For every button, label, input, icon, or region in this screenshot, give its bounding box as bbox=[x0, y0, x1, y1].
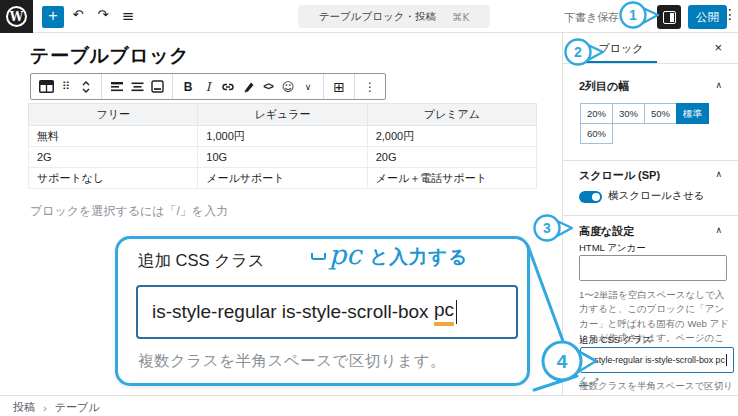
table-cell[interactable]: サポートなし bbox=[29, 168, 198, 189]
align-left-icon bbox=[111, 81, 124, 93]
table-cell[interactable]: 1,000円 bbox=[198, 126, 367, 147]
table-header-cell[interactable]: フリー bbox=[29, 104, 198, 126]
drag-handle[interactable]: ⠿ bbox=[56, 74, 76, 99]
breadcrumb: 投稿 › テーブル bbox=[13, 400, 99, 415]
sidebar-panel-icon bbox=[663, 11, 676, 24]
width-option-50[interactable]: 50% bbox=[644, 103, 677, 124]
width-option-30[interactable]: 30% bbox=[612, 103, 645, 124]
additional-css-class-input[interactable]: is-style-regular is-style-scroll-box pc bbox=[580, 347, 734, 373]
align-center-button[interactable] bbox=[127, 74, 147, 99]
box-caption-icon bbox=[151, 80, 164, 93]
emoji-face-icon: ☺ bbox=[282, 80, 295, 94]
toolbar-group-block: ⠿ bbox=[31, 74, 102, 99]
settings-sidebar: ブロック × 2列目の幅 ∧ 20%30%50%標準60% スクロール (SP)… bbox=[562, 33, 738, 396]
callout-help-text: 複数クラスを半角スペースで区切ります。 bbox=[138, 351, 446, 372]
table-block-icon bbox=[39, 80, 54, 93]
publish-button[interactable]: 公開 bbox=[688, 5, 727, 29]
width-option-60[interactable]: 60% bbox=[580, 123, 613, 144]
block-mover[interactable] bbox=[76, 74, 96, 99]
inline-code-button[interactable]: <> bbox=[258, 74, 278, 99]
italic-button[interactable]: I bbox=[198, 74, 218, 99]
keyboard-shortcut: ⌘K bbox=[452, 11, 469, 23]
settings-sidebar-toggle-button[interactable] bbox=[657, 5, 681, 29]
svg-text:3: 3 bbox=[543, 220, 551, 236]
html-anchor-input[interactable] bbox=[579, 255, 727, 281]
table-cell[interactable]: 2G bbox=[29, 147, 198, 168]
callout-input-highlight-pc: pc bbox=[434, 299, 454, 326]
table-cell[interactable]: メール＋電話サポート bbox=[367, 168, 536, 189]
inline-image-button[interactable]: ☺ bbox=[278, 74, 298, 99]
note-code-pc: pc bbox=[329, 241, 361, 268]
save-draft-button[interactable]: 下書き保存 bbox=[564, 10, 619, 25]
chevron-up-icon[interactable]: ∧ bbox=[715, 80, 722, 90]
kebab-menu-icon: ⋮ bbox=[723, 6, 737, 22]
sidebar-tab-bar: ブロック × bbox=[563, 33, 738, 64]
table-header-cell[interactable]: プレミアム bbox=[367, 104, 536, 126]
move-up-down-icon bbox=[80, 80, 92, 94]
table-block: フリーレギュラープレミアム 無料1,000円2,000円2G10G20Gサポート… bbox=[28, 103, 537, 189]
panel-divider bbox=[563, 215, 738, 216]
redo-button[interactable]: ↷ bbox=[94, 7, 112, 22]
toolbar-group-options: ⋮ bbox=[355, 74, 385, 99]
editor-header: W + ↶ ↷ ≡ テーブルブロック・投稿 ⌘K 下書き保存 公開 ⋮ bbox=[0, 0, 738, 33]
align-left-button[interactable] bbox=[107, 74, 127, 99]
more-rich-text-button[interactable]: ∨ bbox=[298, 74, 318, 99]
breadcrumb-current[interactable]: テーブル bbox=[55, 400, 100, 415]
wordpress-logo[interactable]: W bbox=[0, 0, 33, 33]
callout-css-class-input: is-style-regular is-style-scroll-box pc bbox=[136, 285, 518, 339]
chevron-up-icon[interactable]: ∧ bbox=[715, 225, 722, 235]
table-cell[interactable]: 2,000円 bbox=[367, 126, 536, 147]
breadcrumb-separator-icon: › bbox=[43, 402, 47, 414]
css-class-value: is-style-regular is-style-scroll-box pc bbox=[585, 355, 725, 365]
table-header-cell[interactable]: レギュラー bbox=[198, 104, 367, 126]
caption-toggle-button[interactable] bbox=[147, 74, 167, 99]
horizontal-scroll-toggle[interactable] bbox=[579, 191, 602, 203]
block-appender-placeholder[interactable]: ブロックを選択するには「/」を入力 bbox=[30, 203, 228, 220]
toolbar-group-table: ⊞ bbox=[324, 74, 355, 99]
undo-button[interactable]: ↶ bbox=[69, 7, 87, 22]
panel-title-advanced[interactable]: 高度な設定 bbox=[579, 224, 634, 239]
space-indicator-icon bbox=[311, 253, 326, 260]
drag-dots-icon: ⠿ bbox=[62, 80, 70, 93]
panel-title-scroll[interactable]: スクロール (SP) bbox=[579, 168, 660, 183]
wordpress-logo-icon: W bbox=[6, 6, 27, 27]
close-sidebar-button[interactable]: × bbox=[714, 41, 722, 55]
callout-css-class-label: 追加 CSS クラス bbox=[138, 250, 265, 272]
table-cell[interactable]: 20G bbox=[367, 147, 536, 168]
table-row: 無料1,000円2,000円 bbox=[29, 126, 537, 147]
highlight-button[interactable] bbox=[238, 74, 258, 99]
zoom-callout: 追加 CSS クラス pc と入力する is-style-regular is-… bbox=[115, 236, 530, 386]
edit-table-button[interactable]: ⊞ bbox=[329, 74, 349, 99]
table-row: サポートなしメールサポートメール＋電話サポート bbox=[29, 168, 537, 189]
toolbar-group-richtext: B I <> ☺ ∨ bbox=[173, 74, 324, 99]
chevron-down-icon: ∨ bbox=[305, 82, 312, 92]
list-view-icon: ≡ bbox=[122, 7, 135, 25]
toggle-knob bbox=[592, 193, 600, 201]
list-view-button[interactable]: ≡ bbox=[119, 7, 137, 25]
table-cell[interactable]: 10G bbox=[198, 147, 367, 168]
wordpress-block-editor: W + ↶ ↷ ≡ テーブルブロック・投稿 ⌘K 下書き保存 公開 ⋮ テーブル… bbox=[0, 0, 738, 416]
post-title[interactable]: テーブルブロック bbox=[30, 43, 189, 69]
add-block-button[interactable]: + bbox=[42, 6, 64, 28]
chevron-up-icon[interactable]: ∧ bbox=[715, 169, 722, 179]
table-cell[interactable]: 無料 bbox=[29, 126, 198, 147]
table-row: 2G10G20G bbox=[29, 147, 537, 168]
table-header-row: フリーレギュラープレミアム bbox=[29, 104, 537, 126]
bold-button[interactable]: B bbox=[178, 74, 198, 99]
panel-title-column-width[interactable]: 2列目の幅 bbox=[579, 79, 629, 94]
plus-icon: + bbox=[48, 7, 57, 24]
breadcrumb-post[interactable]: 投稿 bbox=[13, 400, 35, 415]
table-grid-icon: ⊞ bbox=[333, 79, 345, 95]
document-overview-button[interactable]: テーブルブロック・投稿 ⌘K bbox=[298, 5, 490, 28]
undo-icon: ↶ bbox=[73, 7, 84, 22]
table-cell[interactable]: メールサポート bbox=[198, 168, 367, 189]
table-block-type-button[interactable] bbox=[36, 74, 56, 99]
callout-input-value: is-style-regular is-style-scroll-box bbox=[152, 301, 434, 323]
tab-block[interactable]: ブロック bbox=[585, 33, 657, 63]
width-option-標準[interactable]: 標準 bbox=[676, 103, 709, 124]
options-menu-button[interactable]: ⋮ bbox=[723, 6, 737, 22]
link-button[interactable] bbox=[218, 74, 238, 99]
width-option-20[interactable]: 20% bbox=[580, 103, 613, 124]
panel-divider bbox=[563, 160, 738, 161]
block-options-button[interactable]: ⋮ bbox=[360, 74, 380, 99]
